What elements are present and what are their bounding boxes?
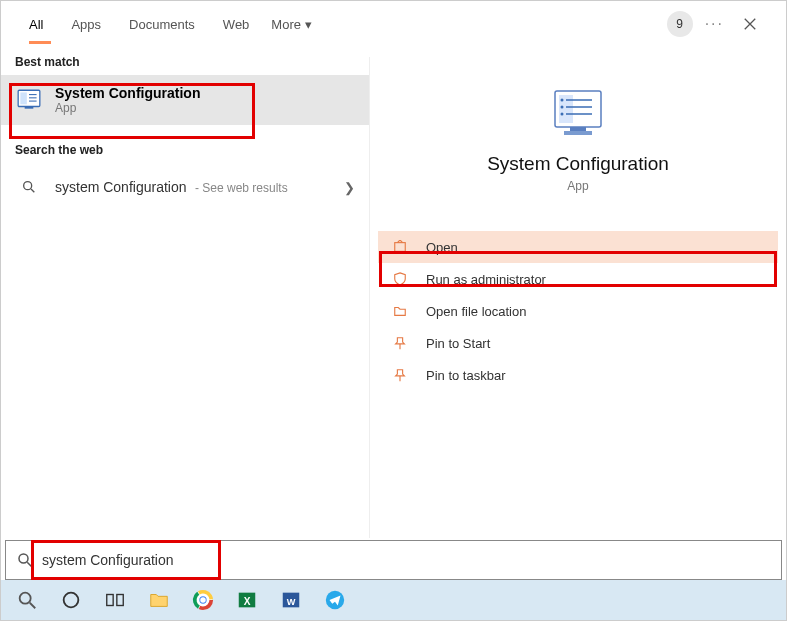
app-large-icon [550,87,606,139]
pin-icon [392,335,408,351]
preview-subtitle: App [567,179,588,193]
svg-rect-16 [570,127,586,131]
result-subtitle: App [55,101,355,115]
svg-rect-24 [107,595,113,606]
search-input[interactable] [42,552,771,568]
tab-web[interactable]: Web [209,5,264,44]
close-button[interactable] [736,10,764,38]
action-open[interactable]: Open [378,231,778,263]
result-title: System Configuration [55,85,355,101]
folder-icon [392,303,408,319]
action-pin-start-label: Pin to Start [426,336,490,351]
tab-more[interactable]: More ▾ [263,5,319,44]
taskbar: X W [1,580,786,620]
svg-point-31 [200,597,206,603]
taskbar-telegram[interactable] [315,582,355,618]
svg-point-23 [64,593,79,608]
web-result-item[interactable]: system Configuration - See web results ❯ [1,163,369,211]
action-run-admin-label: Run as administrator [426,272,546,287]
more-options-icon[interactable]: ··· [705,15,724,33]
search-bar[interactable] [5,540,782,580]
search-filter-tabs: All Apps Documents Web More ▾ 9 ··· [1,1,786,47]
action-pin-taskbar[interactable]: Pin to taskbar [378,359,778,391]
action-pin-start[interactable]: Pin to Start [378,327,778,359]
svg-text:X: X [244,596,251,607]
tab-all[interactable]: All [15,5,57,44]
taskbar-word[interactable]: W [271,582,311,618]
app-icon [15,86,43,114]
action-pin-taskbar-label: Pin to taskbar [426,368,506,383]
svg-text:W: W [287,597,296,607]
shield-icon [392,271,408,287]
taskbar-excel[interactable]: X [227,582,267,618]
taskbar-search[interactable] [7,582,47,618]
svg-point-14 [561,113,564,116]
action-open-location[interactable]: Open file location [378,295,778,327]
reward-badge[interactable]: 9 [667,11,693,37]
svg-point-10 [561,99,564,102]
svg-point-12 [561,106,564,109]
pin-icon [392,367,408,383]
svg-rect-25 [117,595,123,606]
svg-rect-18 [395,243,406,252]
action-open-label: Open [426,240,458,255]
results-pane: Best match System Configuration App Sear… [1,47,369,538]
result-system-configuration[interactable]: System Configuration App [1,75,369,125]
search-icon [16,551,34,569]
svg-line-7 [31,189,34,192]
web-result-query: system Configuration [55,179,187,195]
tab-apps[interactable]: Apps [57,5,115,44]
search-icon [15,173,43,201]
svg-point-21 [20,593,31,604]
action-run-admin[interactable]: Run as administrator [378,263,778,295]
svg-point-19 [19,554,28,563]
preview-pane: System Configuration App Open Run as adm… [369,57,786,538]
best-match-header: Best match [1,47,369,75]
preview-title: System Configuration [487,153,669,175]
search-web-header: Search the web [1,135,369,163]
svg-line-20 [27,562,32,567]
svg-rect-5 [25,107,34,109]
svg-point-6 [24,182,32,190]
action-open-location-label: Open file location [426,304,526,319]
taskbar-file-explorer[interactable] [139,582,179,618]
taskbar-taskview[interactable] [95,582,135,618]
svg-rect-1 [20,92,26,104]
taskbar-cortana[interactable] [51,582,91,618]
taskbar-chrome[interactable] [183,582,223,618]
tab-documents[interactable]: Documents [115,5,209,44]
web-result-suffix: - See web results [195,181,288,195]
open-icon [392,239,408,255]
svg-line-22 [30,603,36,609]
chevron-right-icon: ❯ [344,180,355,195]
svg-rect-17 [564,131,592,135]
